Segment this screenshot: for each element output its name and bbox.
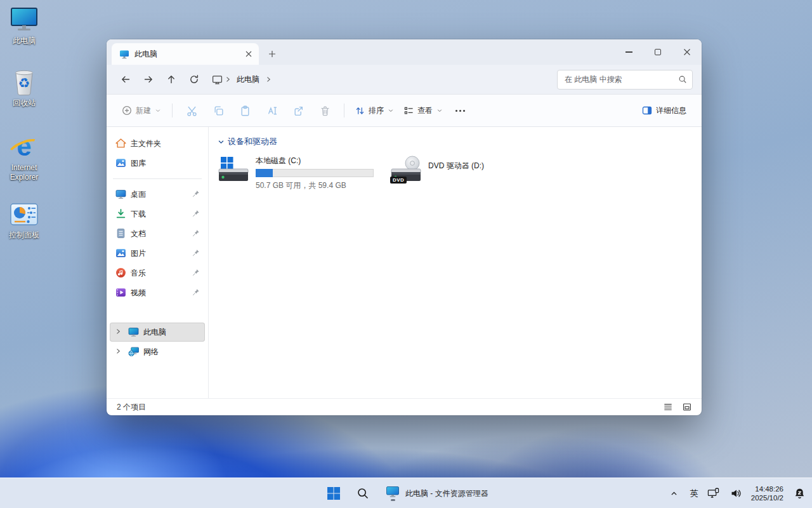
new-tab-button[interactable] bbox=[263, 44, 282, 64]
desktop-icon-label: Internet Explorer bbox=[0, 163, 48, 182]
taskbar: 此电脑 - 文件资源管理器 英 14:48:26 2025/10/2 bbox=[0, 478, 812, 508]
chevron-down-icon[interactable] bbox=[218, 138, 225, 145]
chevron-right-icon[interactable] bbox=[114, 328, 122, 335]
tab-this-pc[interactable]: 此电脑 bbox=[112, 43, 259, 65]
paste-button[interactable] bbox=[232, 99, 258, 122]
chevron-down-icon bbox=[155, 107, 161, 114]
search-input[interactable] bbox=[565, 75, 678, 84]
drive-c-item[interactable]: 本地磁盘 (C:) 50.7 GB 可用，共 59.4 GB bbox=[218, 155, 374, 191]
taskbar-explorer-button[interactable]: 此电脑 - 文件资源管理器 bbox=[379, 481, 495, 506]
sidebar-item-home[interactable]: 主文件夹 bbox=[110, 134, 205, 153]
desktop-icon bbox=[115, 189, 126, 199]
more-options-icon[interactable] bbox=[448, 105, 473, 117]
pin-icon[interactable] bbox=[192, 229, 200, 237]
search-box bbox=[557, 70, 693, 90]
tray-clock[interactable]: 14:48:26 2025/10/2 bbox=[751, 485, 783, 502]
tray-chevron-up-icon[interactable] bbox=[667, 481, 682, 506]
pin-icon[interactable] bbox=[192, 210, 200, 217]
tab-close-icon[interactable] bbox=[242, 48, 255, 60]
chevron-right-icon[interactable] bbox=[114, 347, 122, 355]
breadcrumb-computer-icon[interactable] bbox=[212, 74, 223, 85]
windows-start-icon bbox=[327, 486, 341, 500]
folder-content: 设备和驱动器 本地磁盘 (C:) bbox=[209, 127, 702, 398]
breadcrumb-this-pc[interactable]: 此电脑 bbox=[233, 72, 263, 88]
paste-icon bbox=[240, 105, 251, 116]
breadcrumb: 此电脑 bbox=[206, 72, 557, 88]
drive-usage-text: 50.7 GB 可用，共 59.4 GB bbox=[256, 180, 374, 191]
file-explorer-window: 此电脑 bbox=[107, 39, 702, 415]
computer-icon bbox=[10, 6, 39, 34]
sidebar-item-videos[interactable]: 视频 bbox=[110, 283, 205, 302]
chevron-right-icon[interactable] bbox=[265, 76, 272, 83]
pin-icon[interactable] bbox=[192, 288, 200, 296]
window-controls bbox=[614, 39, 702, 65]
view-button[interactable]: 查看 bbox=[399, 102, 448, 120]
up-button[interactable] bbox=[160, 69, 183, 90]
pin-icon[interactable] bbox=[192, 190, 200, 197]
notification-bell-icon[interactable] bbox=[792, 481, 807, 506]
rename-button[interactable] bbox=[258, 99, 285, 122]
share-icon bbox=[293, 105, 304, 116]
section-devices-and-drives[interactable]: 设备和驱动器 bbox=[218, 136, 702, 147]
documents-icon bbox=[115, 228, 126, 239]
forward-button[interactable] bbox=[137, 69, 160, 90]
start-button[interactable] bbox=[321, 481, 346, 506]
desktop-icon-label: 此电脑 bbox=[13, 36, 36, 46]
sidebar-item-desktop[interactable]: 桌面 bbox=[110, 185, 205, 204]
desktop-icon-this-pc[interactable]: 此电脑 bbox=[0, 6, 48, 46]
sidebar-item-pictures[interactable]: 图片 bbox=[110, 244, 205, 263]
desktop-icon-control-panel[interactable]: 控制面板 bbox=[0, 201, 48, 240]
navigation-pane: 主文件夹 图库 桌面 bbox=[107, 127, 209, 398]
music-icon bbox=[115, 267, 126, 278]
sidebar-item-this-pc[interactable]: 此电脑 bbox=[110, 323, 205, 342]
pin-icon[interactable] bbox=[192, 249, 200, 257]
maximize-button[interactable] bbox=[643, 39, 672, 65]
chevron-right-icon[interactable] bbox=[224, 76, 232, 83]
network-icon[interactable] bbox=[707, 481, 721, 506]
file-explorer-icon bbox=[386, 486, 400, 498]
minimize-button[interactable] bbox=[614, 39, 643, 65]
refresh-button[interactable] bbox=[183, 69, 206, 90]
volume-icon[interactable] bbox=[729, 481, 743, 506]
sidebar-item-network[interactable]: 网络 bbox=[110, 342, 205, 361]
sidebar-item-downloads[interactable]: 下载 bbox=[110, 204, 205, 224]
pin-icon[interactable] bbox=[192, 269, 200, 276]
this-pc-icon bbox=[128, 326, 139, 337]
share-button[interactable] bbox=[285, 99, 311, 122]
sort-button[interactable]: 排序 bbox=[350, 102, 399, 120]
copy-button[interactable] bbox=[205, 99, 232, 122]
recycle-bin-icon: ♻ bbox=[10, 69, 39, 97]
desktop-icon-label: 控制面板 bbox=[9, 231, 39, 240]
ime-indicator[interactable]: 英 bbox=[690, 488, 698, 499]
list-view-icon[interactable] bbox=[660, 400, 676, 414]
sidebar-divider bbox=[113, 178, 202, 179]
desktop-icon-recycle-bin[interactable]: ♻ 回收站 bbox=[0, 69, 48, 108]
view-list-icon bbox=[404, 106, 414, 116]
recycle-symbol: ♻ bbox=[18, 76, 30, 91]
drive-usage-bar bbox=[256, 169, 374, 177]
items-count: 2 个项目 bbox=[117, 402, 146, 413]
sidebar-item-gallery[interactable]: 图库 bbox=[110, 154, 205, 173]
search-icon[interactable] bbox=[678, 75, 687, 84]
copy-icon bbox=[213, 105, 224, 116]
desktop-icon-internet-explorer[interactable]: e Internet Explorer bbox=[0, 133, 48, 182]
large-icons-view-icon[interactable] bbox=[679, 400, 695, 414]
tab-strip: 此电脑 bbox=[107, 39, 702, 65]
toolbar-divider bbox=[344, 104, 344, 117]
sidebar-item-music[interactable]: 音乐 bbox=[110, 264, 205, 283]
internet-explorer-icon: e bbox=[10, 133, 39, 161]
tab-title: 此电脑 bbox=[134, 49, 237, 60]
drive-d-item[interactable]: DVD DVD 驱动器 (D:) bbox=[390, 155, 484, 191]
pictures-icon bbox=[115, 248, 126, 258]
back-button[interactable] bbox=[114, 69, 137, 90]
close-button[interactable] bbox=[672, 39, 702, 65]
details-pane-button[interactable]: 详细信息 bbox=[637, 102, 691, 120]
delete-button[interactable] bbox=[311, 99, 338, 122]
tab-computer-icon bbox=[119, 49, 129, 59]
sidebar-item-documents[interactable]: 文档 bbox=[110, 224, 205, 243]
taskbar-search-button[interactable] bbox=[350, 481, 376, 506]
control-panel-icon bbox=[10, 201, 39, 229]
new-button[interactable]: 新建 bbox=[117, 102, 166, 120]
cut-button[interactable] bbox=[178, 99, 205, 122]
taskbar-explorer-label: 此电脑 - 文件资源管理器 bbox=[405, 488, 488, 499]
